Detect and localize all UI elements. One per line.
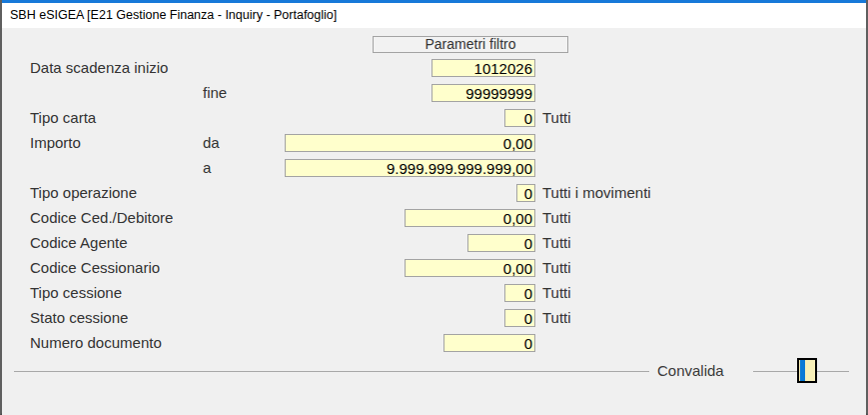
numero-documento-label: Numero documento [30,334,162,352]
divider-line [817,371,849,372]
data-scadenza-fine-input[interactable] [432,84,535,102]
filter-panel-header: Parametri filtro [373,36,568,53]
stato-cessione-suffix-label: Tutti [542,309,571,327]
numero-documento-input[interactable] [443,334,535,352]
tipo-cessione-input[interactable] [504,284,535,302]
codice-cessionario-suffix-label: Tutti [542,259,571,277]
divider-line [14,371,649,372]
title-bar: SBH eSIGEA [E21 Gestione Finanza - Inqui… [2,3,866,28]
divider-line [753,371,797,372]
importo-da-label: Importo [30,134,81,152]
importo-a-input[interactable] [285,159,535,177]
tipo-carta-input[interactable] [504,109,535,127]
convalida-button[interactable] [797,358,817,383]
tipo-carta-label: Tipo carta [30,109,96,127]
codice-ced-debitore-label: Codice Ced./Debitore [30,209,173,227]
importo-da-sublabel: da [203,134,220,152]
tipo-carta-suffix-label: Tutti [542,109,571,127]
tipo-cessione-label: Tipo cessione [30,284,122,302]
convalida-book-icon [800,360,805,381]
codice-agente-suffix-label: Tutti [542,234,571,252]
data-scadenza-inizio-input[interactable] [432,59,535,77]
window-title: SBH eSIGEA [E21 Gestione Finanza - Inqui… [10,3,337,28]
data-scadenza-fine-sublabel: fine [203,84,227,102]
codice-ced-debitore-suffix-label: Tutti [542,209,571,227]
codice-ced-debitore-input[interactable] [405,209,535,227]
tipo-cessione-suffix-label: Tutti [542,284,571,302]
codice-agente-label: Codice Agente [30,234,128,252]
tipo-operazione-input[interactable] [516,184,535,202]
data-scadenza-inizio-label: Data scadenza inizio [30,59,168,77]
stato-cessione-label: Stato cessione [30,309,128,327]
codice-cessionario-label: Codice Cessionario [30,259,160,277]
form-area: Parametri filtro Data scadenza iniziofin… [2,28,866,415]
tipo-operazione-suffix-label: Tutti i movimenti [542,184,651,202]
tipo-operazione-label: Tipo operazione [30,184,137,202]
stato-cessione-input[interactable] [504,309,535,327]
importo-da-input[interactable] [285,134,535,152]
codice-cessionario-input[interactable] [405,259,535,277]
app-window: SBH eSIGEA [E21 Gestione Finanza - Inqui… [0,0,868,415]
importo-a-sublabel: a [203,159,211,177]
codice-agente-input[interactable] [467,234,535,252]
convalida-label: Convalida [657,362,724,380]
